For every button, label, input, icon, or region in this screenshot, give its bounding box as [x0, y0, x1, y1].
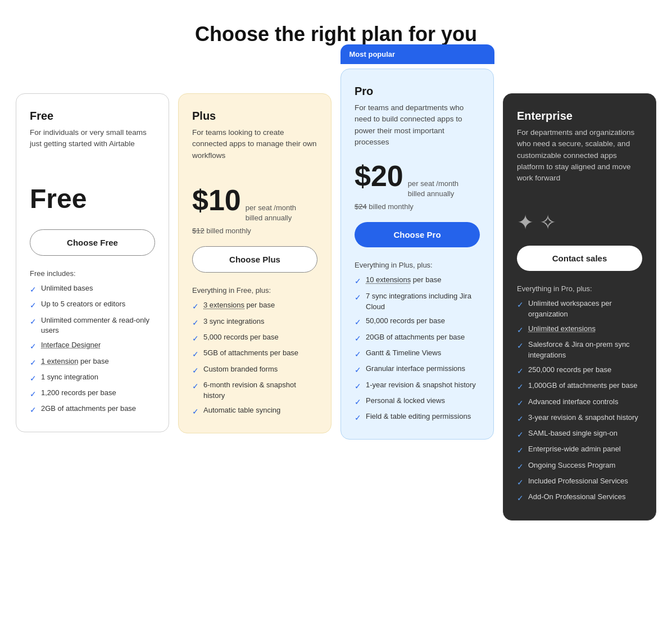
plan-card-plus: Plus For teams looking to create connect…	[178, 93, 332, 433]
check-icon: ✓	[517, 340, 524, 351]
check-icon: ✓	[517, 429, 524, 440]
feature-item: ✓Gantt & Timeline Views	[355, 348, 480, 360]
check-icon: ✓	[517, 397, 524, 409]
check-icon: ✓	[355, 364, 361, 375]
feature-item: ✓7 sync integrations including Jira Clou…	[355, 291, 480, 313]
check-icon: ✓	[517, 299, 524, 310]
feature-item: ✓3 sync integrations	[192, 316, 317, 328]
price-row-free: Free	[30, 185, 155, 212]
check-icon: ✓	[192, 317, 199, 328]
check-icon: ✓	[30, 316, 37, 327]
choose-pro-button[interactable]: Choose Pro	[355, 222, 480, 247]
includes-label-enterprise: Everything in Pro, plus:	[517, 284, 642, 293]
price-row-plus: $10 per seat /monthbilled annually	[192, 185, 317, 223]
feature-item: ✓1 sync integration	[30, 372, 155, 384]
price-monthly-pro: $24 billed monthly	[355, 202, 480, 211]
price-monthly-plus: $12 billed monthly	[192, 227, 317, 235]
feature-item: ✓250,000 records per base	[517, 365, 642, 377]
check-icon: ✓	[355, 275, 361, 287]
feature-item: ✓Included Professional Services	[517, 476, 642, 488]
includes-label-free: Free includes:	[30, 269, 155, 278]
feature-item: ✓Add-On Professional Services	[517, 492, 642, 504]
feature-item: ✓Granular interface permissions	[355, 364, 480, 375]
check-icon: ✓	[517, 445, 524, 456]
check-icon: ✓	[517, 381, 524, 392]
price-amount-free: Free	[30, 185, 87, 212]
feature-item: ✓3-year revision & snapshot history	[517, 413, 642, 424]
feature-item: ✓Personal & locked views	[355, 396, 480, 408]
most-popular-badge: Most popular	[340, 44, 494, 64]
price-row-pro: $20 per seat /monthbilled annually	[355, 161, 480, 199]
extensions-link-plus[interactable]: 3 extensions	[203, 301, 244, 309]
check-icon: ✓	[517, 324, 524, 336]
feature-item: ✓Field & table editing permissions	[355, 411, 480, 423]
check-icon: ✓	[30, 300, 37, 311]
extensions-link-enterprise[interactable]: Unlimited extensions	[528, 324, 596, 333]
feature-item: ✓Unlimited commenter & read-only users	[30, 315, 155, 337]
feature-item: ✓1-year revision & snapshot history	[355, 380, 480, 392]
feature-item: ✓1 extension per base	[30, 356, 155, 368]
interface-designer-link[interactable]: Interface Designer	[41, 341, 101, 349]
check-icon: ✓	[30, 357, 37, 368]
plan-card-free: Free For individuals or very small teams…	[16, 93, 169, 432]
choose-plus-button[interactable]: Choose Plus	[192, 246, 317, 273]
feature-item: ✓Interface Designer	[30, 340, 155, 352]
feature-item: ✓10 extensions per base	[355, 275, 480, 287]
extensions-link-pro[interactable]: 10 extensions	[366, 275, 411, 284]
check-icon: ✓	[355, 396, 361, 408]
check-icon: ✓	[355, 381, 361, 392]
plan-card-enterprise: Enterprise For departments and organizat…	[503, 93, 656, 521]
feature-item: ✓Automatic table syncing	[192, 405, 317, 417]
feature-item: ✓5GB of attachments per base	[192, 348, 317, 360]
feature-item: ✓6-month revision & snapshot history	[192, 380, 317, 401]
check-icon: ✓	[517, 461, 524, 472]
price-details-pro: per seat /monthbilled annually	[408, 179, 458, 199]
choose-free-button[interactable]: Choose Free	[30, 229, 155, 256]
plan-description-pro: For teams and departments who need to bu…	[355, 102, 480, 148]
check-icon: ✓	[192, 333, 199, 344]
check-icon: ✓	[517, 477, 524, 488]
price-details-plus: per seat /monthbilled annually	[246, 203, 296, 223]
plans-container: Free For individuals or very small teams…	[16, 69, 656, 521]
feature-item: ✓1,200 records per base	[30, 388, 155, 400]
plan-name-enterprise: Enterprise	[517, 110, 642, 123]
check-icon: ✓	[355, 349, 361, 360]
check-icon: ✓	[192, 301, 199, 312]
plan-card-pro: Most popular Pro For teams and departmen…	[340, 69, 494, 440]
feature-list-pro: ✓10 extensions per base ✓7 sync integrat…	[355, 275, 480, 423]
feature-item: ✓Up to 5 creators or editors	[30, 299, 155, 311]
check-icon: ✓	[355, 316, 361, 328]
feature-item: ✓1,000GB of attachments per base	[517, 381, 642, 392]
check-icon: ✓	[355, 292, 361, 303]
check-icon: ✓	[517, 492, 524, 504]
feature-item: ✓Unlimited extensions	[517, 324, 642, 336]
feature-item: ✓5,000 records per base	[192, 332, 317, 344]
check-icon: ✓	[517, 413, 524, 424]
check-icon: ✓	[30, 341, 37, 352]
check-icon: ✓	[30, 284, 37, 295]
feature-item: ✓20GB of attachments per base	[355, 332, 480, 344]
feature-item: ✓Custom branded forms	[192, 364, 317, 376]
contact-sales-button[interactable]: Contact sales	[517, 246, 642, 271]
check-icon: ✓	[30, 373, 37, 384]
check-icon: ✓	[192, 349, 199, 360]
check-icon: ✓	[355, 333, 361, 344]
check-icon: ✓	[192, 406, 199, 417]
feature-item: ✓Advanced interface controls	[517, 397, 642, 409]
plan-description-plus: For teams looking to create connected ap…	[192, 127, 317, 172]
check-icon: ✓	[30, 404, 37, 415]
feature-item: ✓Enterprise-wide admin panel	[517, 444, 642, 456]
price-amount-plus: $10	[192, 185, 241, 215]
feature-item: ✓Unlimited bases	[30, 283, 155, 295]
plan-name-pro: Pro	[355, 85, 480, 98]
plan-name-free: Free	[30, 110, 155, 123]
sparkle-icon: ✦ ✧	[517, 211, 642, 234]
check-icon: ✓	[192, 381, 199, 392]
extension-link-free[interactable]: 1 extension	[41, 357, 79, 365]
plan-description-enterprise: For departments and organizations who ne…	[517, 127, 642, 184]
check-icon: ✓	[30, 388, 37, 400]
check-icon: ✓	[192, 365, 199, 376]
feature-list-plus: ✓3 extensions per base ✓3 sync integrati…	[192, 300, 317, 417]
includes-label-plus: Everything in Free, plus:	[192, 286, 317, 295]
page-title: Choose the right plan for you	[11, 22, 661, 46]
